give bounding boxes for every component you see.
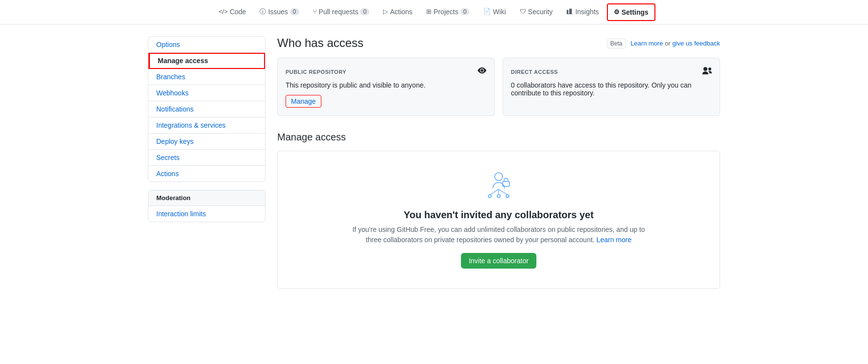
svg-point-2 (488, 195, 491, 198)
svg-point-4 (506, 195, 509, 198)
nav-settings[interactable]: ⚙ Settings (607, 3, 655, 21)
collab-empty-title: You haven't invited any collaborators ye… (289, 209, 708, 221)
sidebar-item-manage-access[interactable]: Manage access (148, 53, 265, 69)
nav-security[interactable]: 🛡 Security (514, 4, 559, 21)
sidebar-moderation-header: Moderation (148, 190, 265, 206)
issues-icon: ⓘ (260, 7, 266, 16)
sidebar-item-options[interactable]: Options (148, 37, 265, 53)
learn-more-link[interactable]: Learn more (630, 40, 663, 47)
eye-icon (478, 66, 486, 77)
direct-access-label: DIRECT ACCESS (511, 69, 558, 75)
sidebar-main-section: Options Manage access Branches Webhooks … (148, 36, 265, 182)
sidebar-moderation-section: Moderation Interaction limits (148, 190, 265, 222)
nav-projects[interactable]: ⊞ Projects 0 (420, 4, 475, 21)
nav-wiki-label: Wiki (493, 8, 506, 16)
public-repo-text: This repository is public and visible to… (286, 81, 486, 89)
sidebar: Options Manage access Branches Webhooks … (148, 36, 265, 289)
settings-icon: ⚙ (614, 8, 620, 16)
collab-empty-icon (289, 171, 708, 202)
svg-line-7 (499, 189, 507, 195)
sidebar-item-actions[interactable]: Actions (148, 166, 265, 182)
nav-projects-label: Projects (434, 8, 458, 16)
collaborators-icon (702, 66, 712, 77)
invite-collaborator-button[interactable]: Invite a collaborator (461, 253, 536, 269)
give-feedback-link[interactable]: give us feedback (672, 40, 720, 47)
code-icon: </> (218, 8, 228, 15)
nav-settings-label: Settings (622, 8, 649, 16)
direct-access-card: DIRECT ACCESS 0 collaborators have acces… (503, 58, 720, 116)
sidebar-item-interaction-limits[interactable]: Interaction limits (148, 206, 265, 222)
pull-requests-badge: 0 (360, 8, 369, 15)
public-repo-card: PUBLIC REPOSITORY This repository is pub… (277, 58, 495, 116)
sidebar-item-integrations[interactable]: Integrations & services (148, 117, 265, 134)
collaborators-box: You haven't invited any collaborators ye… (277, 151, 720, 289)
or-text: or (665, 40, 671, 47)
sidebar-item-branches[interactable]: Branches (148, 69, 265, 85)
svg-point-3 (497, 195, 500, 198)
sidebar-item-deploy-keys[interactable]: Deploy keys (148, 134, 265, 150)
public-repo-label: PUBLIC REPOSITORY (286, 69, 346, 75)
nav-issues[interactable]: ⓘ Issues 0 (254, 3, 305, 21)
nav-insights-label: Insights (575, 8, 599, 16)
svg-line-5 (490, 189, 499, 195)
nav-code[interactable]: </> Code (213, 4, 252, 21)
collab-learn-more-link[interactable]: Learn more (597, 236, 632, 244)
main-content: Who has access Beta Learn more or give u… (277, 36, 720, 289)
projects-badge: 0 (460, 8, 470, 15)
nav-actions-label: Actions (390, 8, 412, 16)
issues-badge: 0 (290, 8, 299, 15)
access-cards: PUBLIC REPOSITORY This repository is pub… (277, 58, 720, 116)
nav-insights[interactable]: Insights (560, 3, 604, 21)
nav-wiki[interactable]: 📄 Wiki (477, 4, 511, 21)
main-layout: Options Manage access Branches Webhooks … (140, 24, 728, 300)
nav-pull-requests-label: Pull requests (319, 8, 359, 16)
pull-requests-icon: ⑂ (313, 8, 317, 15)
nav-actions[interactable]: ▷ Actions (377, 4, 418, 21)
insights-icon (566, 7, 573, 16)
sidebar-item-secrets[interactable]: Secrets (148, 150, 265, 166)
nav-code-label: Code (230, 8, 246, 16)
beta-links: Beta Learn more or give us feedback (607, 40, 720, 47)
manage-access-title: Manage access (277, 132, 720, 143)
direct-access-text: 0 collaborators have access to this repo… (511, 81, 712, 97)
actions-icon: ▷ (383, 8, 388, 15)
svg-point-0 (495, 173, 503, 181)
wiki-icon: 📄 (483, 8, 491, 15)
collab-empty-desc: If you're using GitHub Free, you can add… (352, 225, 646, 245)
top-nav: </> Code ⓘ Issues 0 ⑂ Pull requests 0 ▷ … (0, 0, 868, 24)
sidebar-item-notifications[interactable]: Notifications (148, 101, 265, 117)
page-title: Who has access (277, 36, 363, 50)
manage-access-section: Manage access (277, 132, 720, 289)
nav-issues-label: Issues (268, 8, 288, 16)
beta-badge: Beta (607, 39, 626, 48)
nav-pull-requests[interactable]: ⑂ Pull requests 0 (307, 4, 376, 21)
who-has-access-header: Who has access Beta Learn more or give u… (277, 36, 720, 50)
security-icon: 🛡 (520, 8, 526, 15)
manage-link[interactable]: Manage (286, 95, 321, 108)
sidebar-item-webhooks[interactable]: Webhooks (148, 85, 265, 101)
projects-icon: ⊞ (426, 8, 432, 15)
nav-security-label: Security (528, 8, 553, 16)
